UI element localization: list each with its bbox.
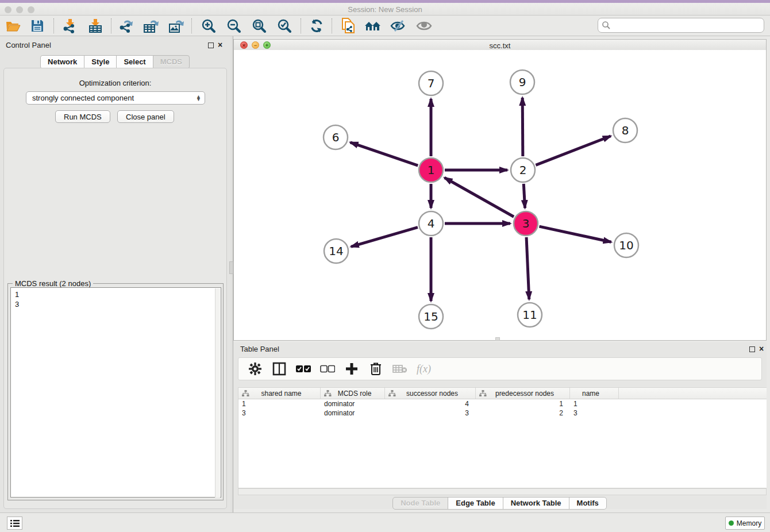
export-network-icon[interactable] bbox=[117, 17, 134, 34]
task-history-button[interactable] bbox=[7, 516, 22, 530]
open-session-icon[interactable] bbox=[5, 17, 22, 34]
delete-table-icon[interactable] bbox=[392, 361, 407, 376]
network-canvas[interactable]: 1234678910111415 bbox=[233, 50, 767, 341]
column-header-MCDS-role[interactable]: MCDS role bbox=[321, 388, 385, 399]
table-hscrollbar[interactable] bbox=[238, 488, 767, 495]
zoom-out-icon[interactable] bbox=[225, 17, 242, 34]
control-panel-header: Control Panel × bbox=[0, 39, 230, 52]
status-bar: Memory bbox=[0, 512, 770, 532]
edge-1-6[interactable] bbox=[351, 142, 418, 165]
edge-3-11[interactable] bbox=[526, 237, 529, 299]
save-session-icon[interactable] bbox=[29, 17, 46, 34]
network-window-titlebar[interactable]: × − + scc.txt bbox=[233, 39, 767, 51]
column-header-shared-name[interactable]: shared name bbox=[238, 388, 321, 399]
table-panel-title: Table Panel bbox=[240, 345, 279, 353]
deselect-all-columns-icon[interactable] bbox=[320, 361, 335, 376]
node-label-14: 14 bbox=[329, 244, 343, 258]
splitter-grip[interactable] bbox=[229, 261, 233, 274]
column-header-successor-nodes[interactable]: successor nodes bbox=[385, 388, 476, 399]
column-layout-icon[interactable] bbox=[272, 361, 287, 376]
select-all-columns-icon[interactable] bbox=[296, 361, 311, 376]
node-table[interactable]: shared nameMCDS rolesuccessor nodesprede… bbox=[238, 387, 767, 488]
refresh-layout-icon[interactable] bbox=[308, 17, 325, 34]
node-label-10: 10 bbox=[619, 238, 633, 252]
result-scrollbar[interactable] bbox=[215, 288, 220, 498]
titlebar: Session: New Session bbox=[0, 0, 770, 16]
toolbar-separator bbox=[111, 18, 111, 33]
toolbar-separator bbox=[301, 18, 301, 33]
run-mcds-button[interactable]: Run MCDS bbox=[55, 110, 110, 123]
close-panel-icon[interactable]: × bbox=[218, 40, 222, 49]
table-toolbar: f(x) bbox=[238, 357, 762, 380]
show-details-icon[interactable] bbox=[415, 17, 433, 34]
optimization-criterion-select[interactable]: strongly connected component ▲▼ bbox=[26, 91, 205, 105]
zoom-in-icon[interactable] bbox=[200, 17, 217, 34]
table-float-icon[interactable] bbox=[749, 346, 755, 352]
zoom-fit-icon[interactable] bbox=[251, 17, 268, 34]
node-label-3: 3 bbox=[522, 217, 530, 230]
function-builder-icon[interactable]: f(x) bbox=[417, 361, 431, 376]
node-label-6: 6 bbox=[332, 130, 340, 144]
memory-label: Memory bbox=[737, 519, 761, 527]
table-settings-icon[interactable] bbox=[248, 361, 263, 376]
search-input bbox=[611, 20, 764, 31]
table-row[interactable]: 3dominator323 bbox=[238, 408, 767, 418]
zoom-selected-icon[interactable] bbox=[276, 17, 293, 34]
window-accent-strip bbox=[0, 0, 770, 3]
clone-network-icon[interactable] bbox=[340, 17, 357, 34]
tab-network-table[interactable]: Network Table bbox=[503, 497, 569, 510]
add-column-icon[interactable] bbox=[344, 361, 359, 376]
node-label-7: 7 bbox=[428, 76, 435, 90]
node-label-11: 11 bbox=[522, 308, 537, 322]
tab-node-table[interactable]: Node Table bbox=[392, 497, 448, 510]
tab-network[interactable]: Network bbox=[40, 55, 84, 69]
edge-2-8[interactable] bbox=[536, 136, 610, 165]
column-header-name[interactable]: name bbox=[570, 388, 619, 399]
mcds-result-list[interactable]: 13 bbox=[10, 287, 221, 498]
import-table-icon[interactable] bbox=[87, 17, 104, 34]
import-network-icon[interactable] bbox=[61, 17, 78, 34]
network-window: × − + scc.txt 1234678910111415 bbox=[233, 36, 767, 341]
column-header-predecessor-nodes[interactable]: predecessor nodes bbox=[476, 388, 570, 399]
edge-3-10[interactable] bbox=[539, 226, 611, 242]
optimization-criterion-label: Optimization criterion: bbox=[4, 79, 226, 87]
column-type-icon bbox=[388, 390, 396, 397]
network-window-title: scc.txt bbox=[234, 41, 766, 50]
close-panel-button[interactable]: Close panel bbox=[117, 110, 174, 123]
network-graph[interactable]: 1234678910111415 bbox=[234, 50, 766, 340]
export-table-icon[interactable] bbox=[143, 17, 160, 34]
cell-name: 1 bbox=[570, 399, 619, 408]
edge-4-14[interactable] bbox=[351, 228, 418, 247]
edge-3-1[interactable] bbox=[445, 178, 514, 217]
float-panel-icon[interactable] bbox=[208, 43, 214, 48]
memory-button[interactable]: Memory bbox=[725, 516, 765, 530]
canvas-resize-grip[interactable] bbox=[495, 337, 500, 341]
main-toolbar bbox=[0, 16, 770, 36]
edge-2-9[interactable] bbox=[522, 98, 523, 156]
tab-motifs[interactable]: Motifs bbox=[569, 497, 607, 510]
task-list-icon bbox=[10, 519, 20, 527]
first-neighbors-icon[interactable] bbox=[364, 17, 382, 34]
cell-predecessor-nodes: 1 bbox=[476, 399, 570, 408]
column-type-icon bbox=[324, 390, 332, 397]
cell-shared-name: 3 bbox=[238, 408, 321, 418]
hide-details-icon[interactable] bbox=[390, 17, 407, 34]
cell-MCDS-role: dominator bbox=[321, 399, 385, 408]
table-row[interactable]: 1dominator411 bbox=[238, 399, 767, 408]
control-panel-tabs: NetworkStyleSelectMCDS bbox=[0, 55, 230, 69]
edge-2-3[interactable] bbox=[523, 184, 525, 208]
table-close-icon[interactable]: × bbox=[759, 344, 764, 353]
application-window: Session: New Session bbox=[0, 0, 770, 532]
column-type-icon bbox=[242, 390, 249, 397]
search-field[interactable] bbox=[598, 18, 764, 33]
mcds-panel: Optimization criterion: strongly connect… bbox=[3, 68, 227, 509]
column-header-label: shared name bbox=[249, 390, 320, 398]
tab-style[interactable]: Style bbox=[84, 55, 117, 69]
export-image-icon[interactable] bbox=[168, 17, 185, 34]
tab-edge-table[interactable]: Edge Table bbox=[448, 497, 503, 510]
tab-mcds[interactable]: MCDS bbox=[153, 55, 190, 69]
cell-shared-name: 1 bbox=[238, 399, 321, 408]
tab-select[interactable]: Select bbox=[116, 55, 153, 69]
column-header-label: successor nodes bbox=[396, 390, 475, 398]
delete-column-icon[interactable] bbox=[368, 361, 383, 376]
